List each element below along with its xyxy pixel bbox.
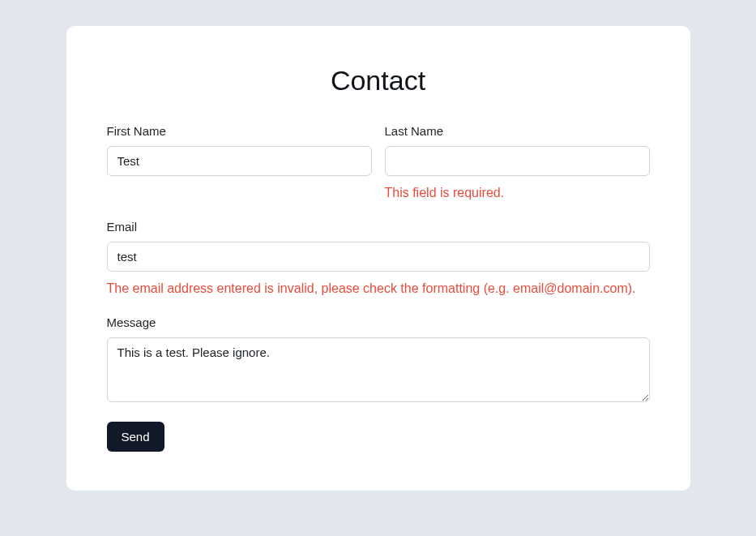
first-name-label: First Name <box>107 124 372 138</box>
first-name-group: First Name <box>107 124 372 200</box>
name-row: First Name Last Name This field is requi… <box>107 124 650 200</box>
email-input[interactable] <box>107 242 650 272</box>
submit-row: Send <box>107 422 650 452</box>
email-group: Email The email address entered is inval… <box>107 220 650 296</box>
send-button[interactable]: Send <box>107 422 164 452</box>
page-title: Contact <box>107 65 650 96</box>
message-label: Message <box>107 315 650 329</box>
email-error: The email address entered is invalid, pl… <box>107 281 650 296</box>
email-label: Email <box>107 220 650 234</box>
last-name-error: This field is required. <box>385 186 650 200</box>
contact-form-card: Contact First Name Last Name This field … <box>66 26 690 491</box>
message-group: Message <box>107 315 650 402</box>
last-name-label: Last Name <box>385 124 650 138</box>
last-name-input[interactable] <box>385 146 650 176</box>
message-input[interactable] <box>107 337 650 402</box>
first-name-input[interactable] <box>107 146 372 176</box>
last-name-group: Last Name This field is required. <box>385 124 650 200</box>
